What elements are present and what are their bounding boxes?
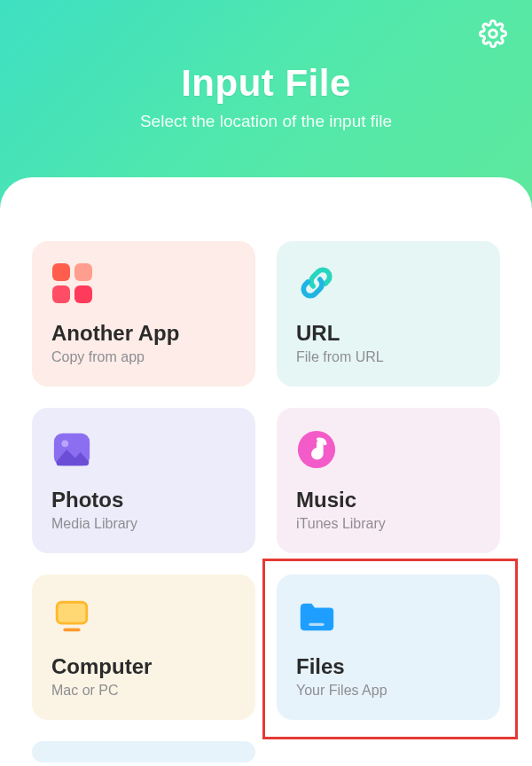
card-subtitle: Mac or PC [51,683,236,699]
card-title: Photos [51,488,236,512]
card-title: Another App [51,321,236,346]
content-sheet: Another App Copy from app URL File from … [0,177,532,766]
gear-icon [479,35,507,51]
card-subtitle: File from URL [296,349,481,365]
svg-rect-8 [63,628,80,631]
settings-button[interactable] [479,20,507,48]
card-subtitle: Copy from app [51,349,236,365]
music-icon [296,429,337,470]
card-subtitle: Media Library [51,516,236,532]
card-subtitle: Your Files App [296,683,481,699]
source-option-partial[interactable] [32,741,255,762]
apps-icon [51,262,92,303]
folder-icon [296,596,337,637]
svg-point-0 [489,30,497,38]
photo-icon [51,429,92,470]
source-option-another-app[interactable]: Another App Copy from app [32,241,255,387]
svg-rect-7 [59,604,86,622]
source-option-files[interactable]: Files Your Files App [277,574,500,720]
svg-point-2 [62,440,69,447]
svg-rect-9 [309,623,324,626]
page-subtitle: Select the location of the input file [0,112,532,131]
source-option-music[interactable]: Music iTunes Library [277,408,500,553]
monitor-icon [51,596,92,637]
source-option-url[interactable]: URL File from URL [277,241,500,387]
source-option-photos[interactable]: Photos Media Library [32,408,255,553]
card-title: Computer [51,654,236,679]
card-title: Music [296,488,481,512]
page-title: Input File [0,62,532,105]
svg-rect-5 [318,440,322,455]
card-title: Files [296,654,481,679]
card-title: URL [296,321,481,346]
link-icon [296,262,337,303]
source-option-computer[interactable]: Computer Mac or PC [32,574,255,720]
card-subtitle: iTunes Library [296,516,481,532]
